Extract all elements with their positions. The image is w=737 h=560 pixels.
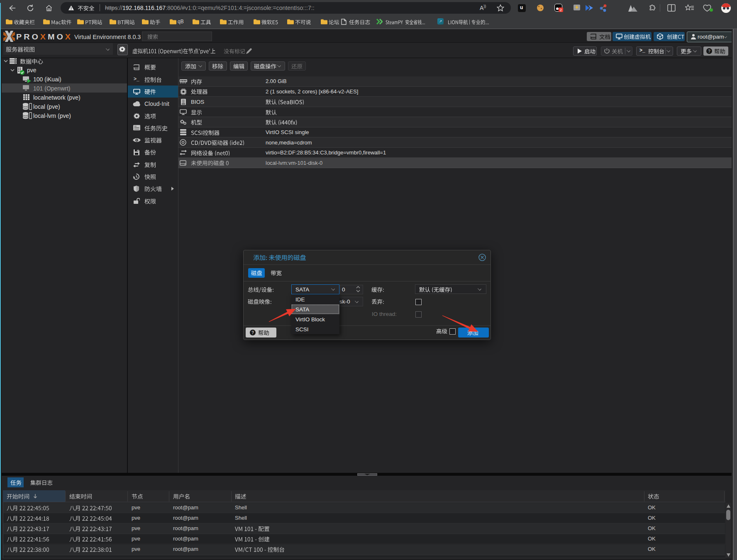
svg-text:?: ? bbox=[251, 330, 254, 335]
svg-text:?: ? bbox=[708, 49, 710, 54]
